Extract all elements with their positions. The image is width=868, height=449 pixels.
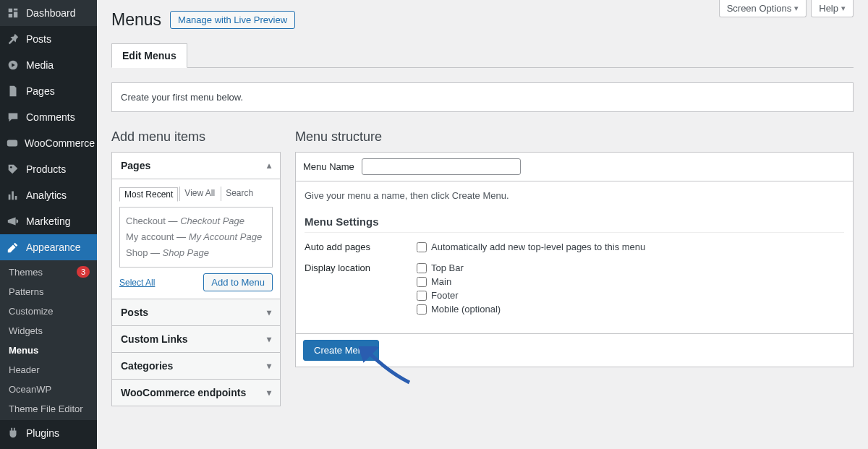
help-button[interactable]: Help [811, 0, 854, 17]
sidebar-item-media[interactable]: Media [0, 52, 97, 78]
location-top-bar-checkbox[interactable] [417, 263, 427, 273]
sidebar-label: Comments [26, 111, 75, 123]
page-item-name: Checkout [126, 215, 166, 226]
menu-name-input[interactable] [362, 158, 521, 175]
page-item-name: My account [126, 231, 174, 242]
screen-options-label: Screen Options [727, 3, 792, 14]
inner-tab-search[interactable]: Search [221, 187, 258, 201]
add-menu-items-column: Add menu items Pages ▴ Most Recent View … [111, 129, 281, 406]
accordion-title: Custom Links [121, 333, 188, 345]
menu-structure-heading: Menu structure [295, 129, 854, 145]
sidebar-item-plugins[interactable]: Plugins [0, 420, 97, 446]
add-to-menu-button[interactable]: Add to Menu [203, 273, 273, 291]
dashboard-icon [6, 6, 20, 20]
sidebar-item-dashboard[interactable]: Dashboard [0, 0, 97, 26]
svg-rect-1 [7, 140, 17, 147]
sidebar-label: Analytics [26, 189, 67, 201]
accordion-title: Posts [121, 307, 148, 318]
inner-tab-view-all[interactable]: View All [179, 187, 219, 201]
menu-name-label: Menu Name [303, 161, 354, 172]
caret-down-icon: ▾ [267, 388, 271, 398]
sidebar-label: Plugins [26, 427, 59, 439]
sidebar-item-users[interactable]: Users [0, 446, 97, 449]
page-list: Checkout — Checkout Page My account — My… [119, 207, 273, 268]
sidebar-item-pages[interactable]: Pages [0, 78, 97, 104]
themes-update-badge: 3 [77, 266, 90, 278]
sidebar-item-appearance[interactable]: Appearance [0, 234, 97, 260]
sidebar-label: Dashboard [26, 7, 76, 19]
sub-label: Customize [9, 306, 53, 317]
select-all-link[interactable]: Select All [119, 278, 155, 288]
caret-down-icon: ▾ [267, 307, 271, 317]
sidebar-item-analytics[interactable]: Analytics [0, 182, 97, 208]
sidebar-item-woocommerce[interactable]: WooCommerce [0, 130, 97, 156]
sub-theme-file-editor[interactable]: Theme File Editor [0, 399, 97, 419]
page-item-suffix: — Shop Page [148, 247, 209, 258]
sub-header[interactable]: Header [0, 360, 97, 380]
accordion-custom-links-header[interactable]: Custom Links ▾ [112, 326, 280, 352]
sidebar-label: WooCommerce [25, 137, 95, 149]
pages-panel: Most Recent View All Search Checkout — C… [112, 179, 280, 299]
sidebar-item-marketing[interactable]: Marketing [0, 208, 97, 234]
location-footer-checkbox[interactable] [417, 291, 427, 301]
auto-add-label: Auto add pages [305, 241, 373, 252]
accordion-title: Categories [121, 360, 173, 372]
sub-label: Menus [9, 345, 38, 356]
comments-icon [6, 110, 20, 124]
page-list-item: My account — My Account Page [126, 229, 266, 245]
inner-tab-most-recent[interactable]: Most Recent [119, 187, 178, 202]
sidebar-label: Media [26, 59, 54, 71]
sub-themes[interactable]: Themes 3 [0, 262, 97, 282]
sub-widgets[interactable]: Widgets [0, 321, 97, 341]
accordion-categories-header[interactable]: Categories ▾ [112, 353, 280, 379]
sidebar-item-comments[interactable]: Comments [0, 104, 97, 130]
add-menu-items-heading: Add menu items [111, 129, 281, 145]
page-title: Menus [111, 10, 161, 30]
page-item-suffix: — My Account Page [174, 231, 262, 242]
sub-patterns[interactable]: Patterns [0, 282, 97, 302]
megaphone-icon [6, 214, 20, 228]
accordion-wc-endpoints-header[interactable]: WooCommerce endpoints ▾ [112, 380, 280, 406]
menu-settings-title: Menu Settings [305, 215, 844, 233]
caret-down-icon: ▾ [267, 361, 271, 371]
caret-down-icon: ▾ [267, 334, 271, 344]
help-label: Help [819, 3, 838, 14]
admin-sidebar: Dashboard Posts Media Pages Comments Woo… [0, 0, 97, 449]
location-mobile-checkbox[interactable] [417, 304, 427, 315]
manage-live-preview-button[interactable]: Manage with Live Preview [170, 11, 295, 29]
sub-oceanwp[interactable]: OceanWP [0, 380, 97, 399]
tab-edit-menus[interactable]: Edit Menus [111, 43, 187, 68]
page-list-item: Checkout — Checkout Page [126, 213, 266, 229]
create-menu-button[interactable]: Create Menu [303, 340, 379, 361]
accordion-pages-title: Pages [121, 160, 150, 171]
pages-icon [6, 84, 20, 98]
location-mobile-label: Mobile (optional) [431, 304, 501, 315]
location-footer-label: Footer [431, 290, 459, 301]
analytics-icon [6, 188, 20, 202]
sub-customize[interactable]: Customize [0, 302, 97, 321]
svg-point-2 [10, 166, 12, 168]
screen-options-button[interactable]: Screen Options [719, 0, 807, 17]
sidebar-item-posts[interactable]: Posts [0, 26, 97, 52]
location-main-checkbox[interactable] [417, 277, 427, 287]
appearance-submenu: Themes 3 Patterns Customize Widgets Menu… [0, 260, 97, 420]
page-item-suffix: — Checkout Page [166, 215, 244, 226]
sidebar-label: Posts [26, 33, 51, 45]
sidebar-label: Marketing [26, 215, 70, 227]
sidebar-label: Appearance [26, 241, 81, 253]
menu-hint: Give your menu a name, then click Create… [305, 190, 844, 201]
auto-add-checkbox[interactable] [417, 242, 427, 252]
accordion-posts-header[interactable]: Posts ▾ [112, 299, 280, 325]
sidebar-item-products[interactable]: Products [0, 156, 97, 182]
appearance-icon [6, 240, 20, 255]
display-location-label: Display location [305, 262, 373, 273]
sub-menus[interactable]: Menus [0, 341, 97, 360]
sub-label: Widgets [9, 325, 43, 336]
accordion-pages-header[interactable]: Pages ▴ [112, 153, 280, 179]
accordion-title: WooCommerce endpoints [121, 387, 246, 398]
caret-up-icon: ▴ [267, 161, 271, 171]
products-icon [6, 162, 20, 176]
sidebar-label: Pages [26, 85, 55, 97]
location-top-bar-label: Top Bar [431, 262, 464, 273]
main-content: Screen Options Help Menus Manage with Li… [97, 0, 868, 449]
